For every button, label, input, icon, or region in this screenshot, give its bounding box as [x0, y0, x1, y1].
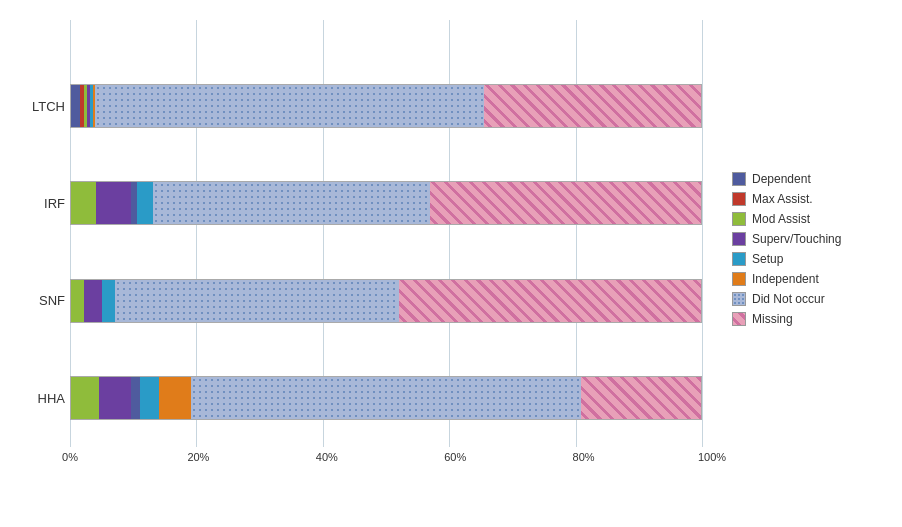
x-axis-tick: 20% — [187, 451, 209, 463]
legend-item-superv_touching: Superv/Touching — [732, 232, 892, 246]
bar-segment-setup — [102, 280, 115, 322]
bar-segment-missing — [430, 182, 701, 224]
legend: DependentMax Assist.Mod AssistSuperv/Tou… — [712, 20, 892, 477]
x-axis-tick: 100% — [698, 451, 726, 463]
bar-segment-setup — [137, 182, 153, 224]
legend-item-mod_assist: Mod Assist — [732, 212, 892, 226]
legend-label-missing: Missing — [752, 312, 793, 326]
bar-row: HHA — [70, 368, 702, 428]
bar-row: LTCH — [70, 76, 702, 136]
bar-segment-did_not_occur — [153, 182, 430, 224]
bar-segment-did_not_occur — [191, 377, 582, 419]
legend-swatch-did_not_occur — [732, 292, 746, 306]
bar-label: LTCH — [20, 99, 65, 114]
legend-item-dependent: Dependent — [732, 172, 892, 186]
legend-label-independent: Independent — [752, 272, 819, 286]
legend-item-max_assist: Max Assist. — [732, 192, 892, 206]
bar-segment-dependent — [131, 377, 140, 419]
bar-segment-did_not_occur — [95, 85, 484, 127]
legend-label-max_assist: Max Assist. — [752, 192, 813, 206]
bar-segment-mod_assist — [71, 182, 96, 224]
bar-label: IRF — [20, 196, 65, 211]
legend-label-did_not_occur: Did Not occur — [752, 292, 825, 306]
bar-label: SNF — [20, 293, 65, 308]
bar-segment-mod_assist — [71, 377, 99, 419]
legend-item-independent: Independent — [732, 272, 892, 286]
legend-swatch-max_assist — [732, 192, 746, 206]
chart-container: LTCHIRFSNFHHA 0%20%40%60%80%100% Depende… — [0, 0, 902, 527]
legend-label-setup: Setup — [752, 252, 783, 266]
legend-item-did_not_occur: Did Not occur — [732, 292, 892, 306]
bar-segment-superv_touching — [96, 182, 131, 224]
bar-track — [70, 181, 702, 225]
grid-line — [702, 20, 703, 447]
x-axis: 0%20%40%60%80%100% — [20, 447, 712, 477]
bar-segment-independent — [159, 377, 191, 419]
legend-item-missing: Missing — [732, 312, 892, 326]
legend-swatch-independent — [732, 272, 746, 286]
legend-swatch-setup — [732, 252, 746, 266]
bar-row: IRF — [70, 173, 702, 233]
legend-label-mod_assist: Mod Assist — [752, 212, 810, 226]
bar-segment-setup — [140, 377, 159, 419]
bar-segment-superv_touching — [84, 280, 103, 322]
bar-segment-did_not_occur — [115, 280, 399, 322]
bar-label: HHA — [20, 391, 65, 406]
bar-track — [70, 84, 702, 128]
x-axis-tick: 80% — [573, 451, 595, 463]
legend-swatch-mod_assist — [732, 212, 746, 226]
bar-segment-missing — [581, 377, 701, 419]
bar-track — [70, 279, 702, 323]
legend-swatch-missing — [732, 312, 746, 326]
x-axis-tick: 60% — [444, 451, 466, 463]
chart-area: LTCHIRFSNFHHA 0%20%40%60%80%100% — [20, 20, 712, 477]
bar-segment-mod_assist — [71, 280, 84, 322]
legend-label-dependent: Dependent — [752, 172, 811, 186]
bar-segment-missing — [484, 85, 701, 127]
legend-label-superv_touching: Superv/Touching — [752, 232, 841, 246]
legend-item-setup: Setup — [732, 252, 892, 266]
x-axis-tick: 40% — [316, 451, 338, 463]
bar-segment-dependent — [71, 85, 80, 127]
bar-segment-missing — [399, 280, 701, 322]
legend-swatch-superv_touching — [732, 232, 746, 246]
legend-swatch-dependent — [732, 172, 746, 186]
bars-section: LTCHIRFSNFHHA — [20, 20, 712, 447]
bar-track — [70, 376, 702, 420]
bar-segment-superv_touching — [99, 377, 131, 419]
x-axis-tick: 0% — [62, 451, 78, 463]
bar-row: SNF — [70, 271, 702, 331]
